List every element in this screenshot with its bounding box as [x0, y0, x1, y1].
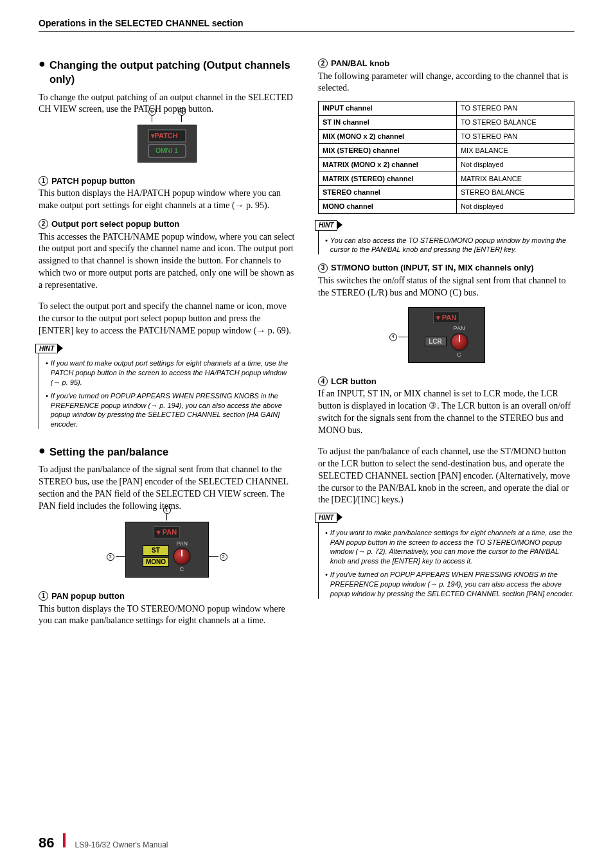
- table-row: ST IN channelTO STEREO BALANCE: [319, 116, 574, 130]
- table-cell: MIX (MONO x 2) channel: [319, 130, 457, 144]
- pan-popup-button[interactable]: ▾ PAN: [433, 312, 459, 324]
- pan-bal-knob-group: PAN C: [173, 540, 191, 573]
- lcr-screenshot: ▾ PAN LCR PAN C 4: [408, 307, 485, 363]
- section-title-text: Setting the pan/balance: [49, 445, 168, 459]
- figure-patch: 1 2 ▾PATCH OMNI 1: [39, 125, 295, 162]
- hint-item: •If you want to make pan/balance setting…: [325, 528, 574, 566]
- callout-body: If an INPUT, ST IN, or MIX channel is se…: [318, 388, 574, 437]
- section-title-text: Changing the output patching (Output cha…: [49, 58, 295, 87]
- callout-body: This switches the on/off status of the s…: [318, 275, 574, 299]
- table-cell: MIX (STEREO) channel: [319, 143, 457, 157]
- table-row: MATRIX (STEREO) channelMATRIX BALANCE: [319, 172, 574, 186]
- hint-label: HINT: [315, 220, 337, 231]
- table-cell: MONO channel: [319, 200, 457, 214]
- patch-label: PATCH: [155, 132, 178, 139]
- table-row: MIX (MONO x 2) channelTO STEREO PAN: [319, 130, 574, 144]
- callout-3-heading: 3 ST/MONO button (INPUT, ST IN, MIX chan…: [318, 262, 574, 274]
- body-text: To select the output port and specify th…: [39, 301, 295, 337]
- hint-text: If you want to make pan/balance settings…: [330, 528, 574, 566]
- doc-name: LS9-16/32 Owner's Manual: [75, 840, 168, 849]
- page-footer: 86 LS9-16/32 Owner's Manual: [39, 833, 168, 851]
- hint-text: If you've turned on POPUP APPEARS WHEN P…: [51, 391, 295, 429]
- side-callout-4: 4: [389, 333, 409, 341]
- table-cell: TO STEREO BALANCE: [456, 116, 574, 130]
- callout-4-icon: 4: [389, 333, 397, 341]
- right-column: 2 PAN/BAL knob The following parameter w…: [318, 58, 574, 627]
- pan-screenshot: ▾ PAN ST MONO PAN C 3: [125, 522, 209, 578]
- page-number: 86: [39, 835, 54, 851]
- page-header: Operations in the SELECTED CHANNEL secti…: [39, 18, 574, 32]
- leader-line: [116, 556, 126, 557]
- top-callout: 1: [125, 506, 209, 520]
- callout-2-icon: 2: [220, 553, 227, 561]
- pan-label: PAN: [454, 324, 465, 332]
- callout-title: PAN popup button: [51, 590, 125, 602]
- table-cell: Not displayed: [456, 200, 574, 214]
- st-button[interactable]: ST: [143, 545, 169, 556]
- callout-1-icon: 1: [163, 506, 171, 514]
- leader-line: [181, 116, 182, 122]
- hint-item: •If you've turned on POPUP APPEARS WHEN …: [46, 391, 295, 429]
- pan-label: PAN: [176, 540, 188, 547]
- table-row: MONO channelNot displayed: [319, 200, 574, 214]
- table-cell: TO STEREO PAN: [456, 130, 574, 144]
- callout-1-heading: 1 PAN popup button: [39, 590, 295, 602]
- patch-popup-button[interactable]: ▾PATCH: [148, 129, 186, 143]
- section-title-pan-balance: ● Setting the pan/balance: [39, 445, 295, 459]
- pan-bal-table: INPUT channelTO STEREO PAN ST IN channel…: [318, 101, 574, 214]
- side-callout-3: 3: [107, 553, 126, 561]
- hint-text: If you've turned on POPUP APPEARS WHEN P…: [330, 570, 574, 599]
- pan-popup-button[interactable]: ▾ PAN: [154, 526, 180, 538]
- figure-pan: 1 ▾ PAN ST MONO PAN C: [39, 522, 295, 578]
- body-text: To adjust the pan/balance of each channe…: [318, 446, 574, 506]
- hint-text: You can also access the TO STEREO/MONO p…: [330, 236, 574, 255]
- table-cell: MATRIX (STEREO) channel: [319, 172, 457, 186]
- pan-bal-knob[interactable]: [450, 333, 468, 351]
- callout-body: The following parameter will change, acc…: [318, 71, 574, 95]
- hint-item: •If you've turned on POPUP APPEARS WHEN …: [325, 570, 574, 599]
- callout-2-heading: 2 Output port select popup button: [39, 218, 295, 230]
- hint-item: •If you want to make output port setting…: [46, 359, 295, 387]
- callout-body: This button displays the TO STEREO/MONO …: [39, 603, 295, 628]
- side-callout-2: 2: [208, 553, 227, 561]
- table-cell: MIX BALANCE: [456, 143, 574, 157]
- hint-label: HINT: [35, 344, 58, 354]
- hint-box: HINT •You can also access the TO STEREO/…: [318, 223, 574, 254]
- table-cell: Not displayed: [456, 157, 574, 172]
- callout-1-heading: 1 PATCH popup button: [39, 175, 295, 187]
- table-cell: MATRIX BALANCE: [456, 172, 574, 186]
- callout-1-icon: 1: [148, 108, 156, 116]
- hint-box: HINT •If you want to make output port se…: [39, 346, 295, 429]
- callout-number-1-icon: 1: [39, 176, 48, 186]
- output-port-select-button[interactable]: OMNI 1: [148, 144, 186, 158]
- figure-lcr: ▾ PAN LCR PAN C 4: [318, 307, 574, 363]
- footer-accent-icon: [63, 833, 66, 847]
- table-cell: ST IN channel: [319, 116, 457, 130]
- table-cell: TO STEREO PAN: [456, 102, 574, 116]
- leader-line: [152, 116, 152, 122]
- table-cell: STEREO BALANCE: [456, 186, 574, 200]
- callout-number-2-icon: 2: [318, 58, 328, 68]
- callout-title: Output port select popup button: [51, 218, 179, 230]
- callout-body: This button displays the HA/PATCH popup …: [39, 188, 295, 212]
- leader-line: [166, 514, 167, 520]
- lcr-button[interactable]: LCR: [425, 337, 447, 347]
- hint-label: HINT: [315, 513, 337, 523]
- callout-title: ST/MONO button (INPUT, ST IN, MIX channe…: [331, 262, 534, 274]
- pan-bal-knob-group: PAN C: [450, 324, 468, 358]
- callout-2-icon: 2: [178, 108, 186, 116]
- callout-title: LCR button: [331, 376, 377, 387]
- hint-item: •You can also access the TO STEREO/MONO …: [325, 236, 574, 255]
- table-cell: INPUT channel: [319, 102, 457, 116]
- leader-line: [398, 337, 409, 337]
- pan-bal-knob[interactable]: [173, 547, 191, 565]
- mono-button[interactable]: MONO: [143, 557, 169, 567]
- callout-number-1-icon: 1: [39, 591, 48, 601]
- callout-3-icon: 3: [107, 553, 114, 561]
- pan-value: C: [457, 351, 461, 359]
- callout-title: PATCH popup button: [51, 175, 135, 187]
- callout-body: This accesses the PATCH/NAME popup windo…: [39, 231, 295, 292]
- leader-line: [208, 556, 218, 557]
- patch-screenshot: ▾PATCH OMNI 1: [138, 125, 197, 162]
- callout-title: PAN/BAL knob: [331, 58, 389, 69]
